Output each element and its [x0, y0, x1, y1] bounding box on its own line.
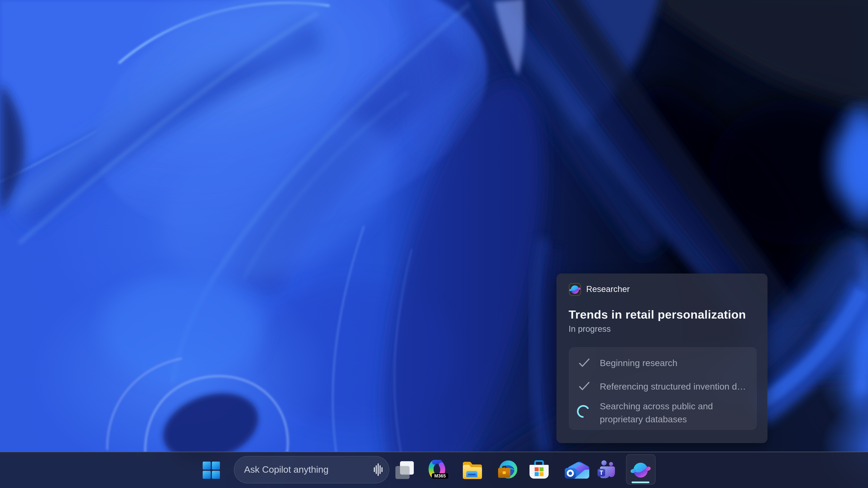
svg-text:M365: M365 — [434, 473, 446, 479]
svg-text:T: T — [599, 469, 603, 476]
